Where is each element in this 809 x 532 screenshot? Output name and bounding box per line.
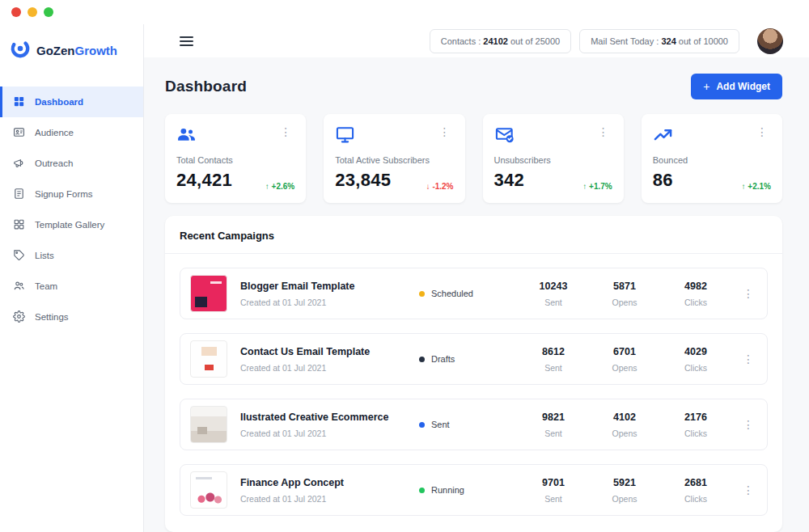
metric-opens: 5921 Opens [589,477,660,504]
arrow-down-icon: ↓ [426,182,430,191]
kebab-menu-icon[interactable]: ⋮ [739,417,757,432]
kebab-menu-icon[interactable]: ⋮ [595,125,612,139]
campaign-created: Created at 01 Jul 2021 [240,494,419,504]
campaign-name: Blogger Email Template [240,281,419,292]
mail-check-icon [494,125,515,145]
sidebar-item-lists[interactable]: Lists [0,240,143,271]
campaign-status: Running [419,485,518,495]
mail-pill-suffix: out of 10000 [676,36,728,46]
gear-icon [13,310,25,324]
dashboard-icon [13,95,25,109]
arrow-up-icon: ↑ [742,182,746,191]
sidebar-item-label: Signup Forms [35,189,93,199]
status-label: Drafts [431,354,455,364]
mail-pill-value: 324 [661,36,676,46]
avatar[interactable] [757,28,783,54]
sidebar-item-outreach[interactable]: Outreach [0,148,143,179]
campaign-created: Created at 01 Jul 2021 [240,363,419,373]
recent-campaigns-title: Recent Campaigns [165,230,782,254]
sidebar-item-label: Team [35,281,57,291]
campaign-row-finance-app[interactable]: Finance App Concept Created at 01 Jul 20… [180,464,768,516]
people-icon [13,280,25,293]
stat-value: 24,421 [176,170,232,191]
metric-clicks: 4029 Clicks [660,346,731,373]
contacts-pill-value: 24102 [483,36,508,46]
users-icon [176,125,197,145]
campaign-row-contact-us[interactable]: Contact Us Email Template Created at 01 … [180,333,768,385]
sidebar-item-label: Settings [35,312,69,322]
stat-label: Total Active Subscribers [335,155,453,165]
sidebar-item-team[interactable]: Team [0,271,143,302]
recent-campaigns-panel: Recent Campaigns Blogger Email Template … [165,216,782,532]
status-dot [419,488,425,493]
metric-sent: 9821 Sent [518,412,589,438]
window-close-button[interactable] [11,7,21,17]
mail-sent-pill: Mail Sent Today : 324 out of 10000 [579,29,739,53]
megaphone-icon [13,157,25,171]
campaign-created: Created at 01 Jul 2021 [240,429,419,438]
campaign-row-illustrated-ecommerce[interactable]: Ilustrated Creative Ecommerce Created at… [180,399,768,450]
campaign-name: Finance App Concept [240,477,419,488]
kebab-menu-icon[interactable]: ⋮ [739,483,757,497]
gozen-logo-icon [10,38,31,62]
stat-card-bounced: ⋮ Bounced 86 ↑ +2.1% [642,114,782,203]
kebab-menu-icon[interactable]: ⋮ [739,286,757,301]
stat-change: ↑ +2.6% [265,182,294,191]
kebab-menu-icon[interactable]: ⋮ [753,125,771,139]
kebab-menu-icon[interactable]: ⋮ [739,352,757,366]
stat-value: 23,845 [335,170,391,191]
monitor-icon [335,125,355,145]
arrow-up-icon: ↑ [582,182,587,191]
stat-label: Unsubscribers [494,155,612,165]
sidebar-item-label: Dashboard [35,97,83,107]
plus-icon: + [703,82,709,91]
audience-icon [13,126,25,140]
add-widget-button[interactable]: + Add Widget [691,74,782,99]
metric-clicks: 2681 Clicks [660,477,731,504]
stat-card-unsubscribers: ⋮ Unsubscribers 342 ↑ +1.7% [483,114,624,203]
metric-sent: 9701 Sent [518,477,589,504]
campaign-row-blogger[interactable]: Blogger Email Template Created at 01 Jul… [180,268,768,319]
metric-clicks: 2176 Clicks [660,412,731,438]
contacts-pill-suffix: out of 25000 [508,36,560,46]
status-label: Running [431,485,464,495]
stat-value: 86 [653,170,673,191]
kebab-menu-icon[interactable]: ⋮ [277,125,294,139]
sidebar-item-audience[interactable]: Audience [0,117,143,148]
status-dot [419,291,425,297]
sidebar-item-signup-forms[interactable]: Signup Forms [0,179,143,209]
metric-clicks: 4982 Clicks [660,281,731,307]
stat-change: ↓ -1.2% [426,182,454,191]
window-zoom-button[interactable] [44,7,53,17]
tag-icon [13,249,25,263]
kebab-menu-icon[interactable]: ⋮ [436,125,454,139]
arrow-up-icon: ↑ [265,182,269,191]
page-title: Dashboard [165,78,247,95]
form-icon [13,188,25,201]
logo: GoZenGrowth [0,24,143,87]
mail-pill-label: Mail Sent Today : [591,36,661,46]
sidebar-item-settings[interactable]: Settings [0,302,143,332]
sidebar-item-label: Outreach [35,158,73,168]
campaign-thumbnail [190,340,227,378]
sidebar-item-dashboard[interactable]: Dashboard [0,87,143,117]
menu-toggle-button[interactable] [176,31,197,52]
stat-label: Total Contacts [176,155,294,165]
window-minimize-button[interactable] [28,7,37,17]
metric-opens: 5871 Opens [589,281,660,307]
sidebar-item-label: Lists [35,251,54,260]
logo-text: GoZenGrowth [36,44,117,57]
stat-label: Bounced [653,155,771,165]
metric-sent: 8612 Sent [518,346,589,373]
grid-icon [13,218,25,232]
campaign-thumbnail [190,471,227,509]
metric-sent: 10243 Sent [518,281,589,307]
stat-card-total-contacts: ⋮ Total Contacts 24,421 ↑ +2.6% [165,114,306,203]
campaign-thumbnail [190,406,227,443]
status-label: Scheduled [431,289,473,298]
campaign-created: Created at 01 Jul 2021 [240,298,419,307]
sidebar: GoZenGrowth Dashboard Audience Outreach … [0,24,144,532]
sidebar-item-label: Audience [35,128,74,137]
campaign-status: Sent [419,420,518,429]
sidebar-item-template-gallery[interactable]: Template Gallery [0,209,143,240]
